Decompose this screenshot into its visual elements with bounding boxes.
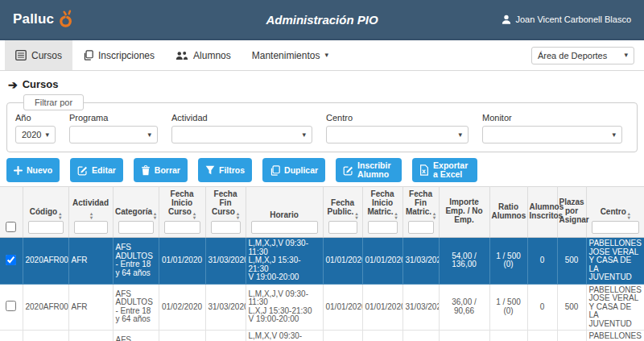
sort-icon[interactable]: ▴▾ (237, 212, 239, 219)
sort-icon[interactable]: ▴▾ (628, 212, 630, 219)
column-filter-fecha_fin_matric[interactable] (408, 221, 434, 234)
column-label: Fecha Public. (328, 198, 354, 216)
column-filter-fecha_public[interactable] (328, 221, 357, 234)
filter-panel: Filtrar por Año2020▾Programa▾Actividad▾C… (6, 94, 638, 152)
duplicar-button[interactable]: Duplicar (262, 158, 325, 182)
caret-down-icon: ▾ (612, 131, 616, 139)
trash-icon (141, 165, 151, 176)
filter-select-ano[interactable]: 2020▾ (15, 126, 56, 143)
column-header-fecha_inicio_matric[interactable]: Fecha Inicio Matric.▴▾ (362, 187, 402, 238)
column-filter-fecha_inicio_curso[interactable] (164, 221, 200, 234)
column-header-actividad[interactable]: Actividad▴▾ (68, 187, 113, 238)
borrar-button[interactable]: Borrar (134, 158, 188, 182)
filter-select-monitor[interactable]: ▾ (482, 126, 622, 143)
nav-item-inscripciones[interactable]: Inscripciones (72, 40, 165, 70)
column-label: Importe Emp. / No Emp. (445, 198, 482, 224)
button-label: Inscribir Alumno (357, 161, 394, 179)
column-header-fecha_fin_curso[interactable]: Fecha Fin Curso▴▾ (205, 187, 246, 238)
column-header-importe: Importe Emp. / No Emp. (439, 187, 489, 238)
nav-item-alumnos[interactable]: Alumnos (165, 40, 242, 70)
filter-label-monitor: Monitor (482, 113, 622, 123)
column-label: Actividad (72, 198, 109, 207)
row-checkbox[interactable] (6, 301, 16, 311)
column-header-fecha_public[interactable]: Fecha Public.▴▾ (323, 187, 362, 238)
column-filter-actividad[interactable] (74, 221, 108, 234)
column-filter-categoria[interactable] (118, 221, 154, 234)
cell-codigo: 2020AFR003 (23, 331, 68, 341)
cell-horario: L,M,X,J,V 09:30-11:30 L,M,X,J 15:30-21:3… (246, 238, 323, 285)
cell-fecha_fin_curso: 31/03/2020 (205, 331, 246, 341)
button-label: Exportar a Excel (433, 161, 470, 179)
cell-codigo: 2020AFR001 (23, 238, 68, 285)
row-checkbox[interactable] (6, 255, 16, 265)
column-header-centro[interactable]: Centro▴▾ (586, 187, 644, 238)
column-filter-fecha_inicio_matric[interactable] (368, 221, 398, 234)
column-header-fecha_inicio_curso[interactable]: Fecha Inicio Curso▴▾ (159, 187, 205, 238)
sort-icon[interactable]: ▴▾ (154, 212, 156, 219)
column-filter-codigo[interactable] (28, 221, 64, 234)
palluc-logo-icon (56, 10, 76, 30)
button-label: Editar (92, 166, 116, 175)
filter-select-actividad[interactable]: ▾ (171, 126, 312, 143)
nav-item-label: Inscripciones (98, 50, 155, 61)
sort-icon[interactable]: ▴▾ (90, 212, 93, 219)
sort-icon[interactable]: ▴▾ (193, 212, 196, 219)
nav-item-cursos[interactable]: Cursos (5, 40, 72, 70)
cell-fecha_fin_curso: 31/03/2020 (205, 238, 246, 285)
cell-alumnos_inscritos: 0 (527, 284, 557, 331)
column-filter-fecha_fin_curso[interactable] (211, 221, 241, 234)
sort-icon[interactable]: ▴▾ (355, 212, 357, 219)
cell-fecha_inicio_matric: 01/01/2020 (362, 284, 402, 331)
cell-fecha_fin_matric: 31/03/2020 (402, 331, 439, 341)
students-icon (175, 50, 188, 60)
filter-label-programa: Programa (69, 113, 158, 123)
cell-plazas_por_asignar: 500 (557, 238, 586, 285)
inscribir-alumno-button[interactable]: Inscribir Alumno (336, 158, 402, 182)
column-filter-horario[interactable] (251, 221, 318, 234)
table-row[interactable]: 2020AFR003AFRAFS ADULTOS - Entre 18 y 64… (0, 331, 644, 341)
select-all-checkbox[interactable] (6, 222, 16, 232)
table-row[interactable]: 2020AFR002AFRAFS ADULTOS - Entre 18 y 64… (0, 284, 644, 331)
filter-select-centro[interactable]: ▾ (326, 126, 469, 143)
column-header-codigo[interactable]: Código▴▾ (23, 187, 68, 238)
area-selector-value: Área de Deportes (538, 51, 607, 60)
cell-ratio_alumnos: 1 / 500 (0) (489, 238, 527, 285)
column-label: Centro (601, 207, 626, 216)
column-label: Plazas por Asignar (559, 198, 589, 224)
column-header-fecha_fin_matric[interactable]: Fecha Fin Matric.▴▾ (402, 187, 439, 238)
column-filter-centro[interactable] (592, 221, 640, 234)
caret-down-icon: ▾ (302, 131, 306, 139)
cell-actividad: AFR (68, 331, 113, 341)
column-header-ratio_alumnos: Ratio Alumnos (489, 187, 527, 238)
excel-icon (419, 164, 429, 176)
cell-plazas_por_asignar: 500 (557, 284, 586, 331)
button-label: Nuevo (27, 166, 52, 175)
courses-icon (15, 50, 27, 60)
filter-select-programa[interactable]: ▾ (69, 126, 158, 143)
nuevo-button[interactable]: Nuevo (6, 158, 60, 182)
enrollments-icon (83, 50, 93, 60)
area-selector[interactable]: Área de Deportes ▾ (531, 47, 634, 64)
filtros-button[interactable]: Filtros (198, 158, 252, 182)
nav-items: CursosInscripcionesAlumnosMantenimientos… (5, 40, 339, 70)
sort-icon[interactable]: ▴▾ (395, 212, 398, 219)
nav-item-mantenimientos[interactable]: Mantenimientos▾ (242, 40, 339, 70)
user-icon (502, 15, 511, 24)
column-label: Horario (270, 210, 299, 219)
cell-fecha_public: 01/01/2020 (323, 331, 362, 341)
sort-icon[interactable]: ▴▾ (59, 212, 61, 219)
exportar-a-excel-button[interactable]: Exportar a Excel (412, 158, 477, 182)
cell-centro: PABELLONES JOSE VERAL Y CASA DE LA JUVEN… (586, 284, 644, 331)
toolbar: NuevoEditarBorrarFiltrosDuplicarInscribi… (6, 158, 638, 182)
enroll-icon (343, 165, 353, 176)
edit-icon (77, 165, 88, 176)
column-header-categoria[interactable]: Categoría▴▾ (113, 187, 159, 238)
sort-icon[interactable]: ▴▾ (433, 212, 436, 219)
filter-legend: Filtrar por (23, 94, 84, 110)
table-row[interactable]: 2020AFR001AFRAFS ADULTOS - Entre 18 y 64… (0, 238, 644, 285)
editar-button[interactable]: Editar (70, 158, 123, 182)
cell-categoria: AFS ADULTOS - Entre 18 y 64 años (113, 331, 159, 341)
page-title-text: Cursos (23, 78, 59, 90)
user-menu[interactable]: Joan Vicent Carbonell Blasco (462, 15, 631, 24)
column-label: Fecha Inicio Curso (168, 189, 193, 216)
